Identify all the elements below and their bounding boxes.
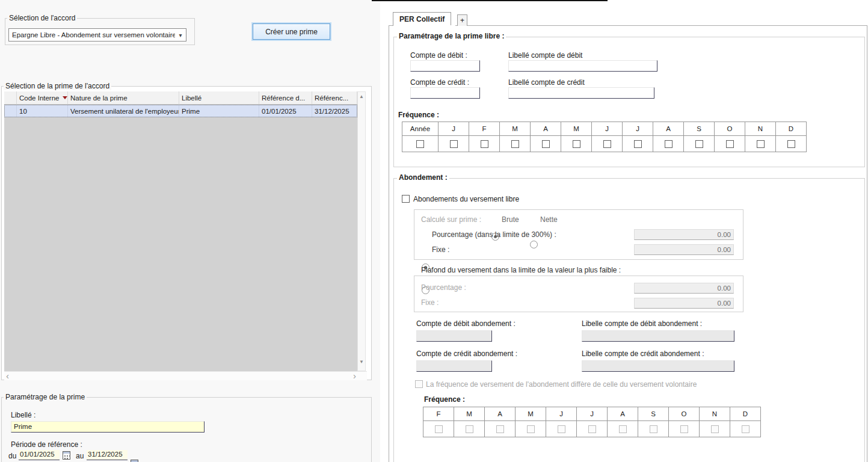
prime-selection-groupbox-title: Sélection de la prime de l'accord: [4, 82, 111, 90]
abondement-title: Abondement :: [397, 173, 449, 182]
tab-add-button[interactable]: +: [457, 14, 467, 26]
accord-dropdown[interactable]: Epargne Libre - Abondement sur versemen …: [8, 28, 186, 42]
au-label: au: [76, 452, 84, 460]
abondement-versement-libre-label: Abondements du versement libre: [413, 195, 519, 203]
application-window: Sélection de l'accord Epargne Libre - Ab…: [0, 0, 868, 462]
freq-checkbox[interactable]: [573, 140, 580, 148]
date-fin-input[interactable]: 31/12/2025: [87, 450, 128, 460]
grid-header-row: Code Interne Nature de la prime Libellé …: [4, 91, 357, 105]
brute-label: Brute: [502, 215, 519, 224]
table-row[interactable]: 10 Versement unilateral de l'employeur P…: [4, 105, 357, 117]
grid-header-nature-label: Nature de la prime: [70, 94, 128, 102]
freq-checkbox[interactable]: [603, 140, 611, 148]
scroll-up-icon[interactable]: ▲: [358, 94, 365, 100]
compte-debit-input[interactable]: [410, 60, 480, 72]
freq-ab-col-month: A: [608, 407, 638, 421]
row-libelle-cell: Prime: [179, 105, 259, 117]
calendar-icon[interactable]: [63, 451, 70, 460]
freq-checkbox[interactable]: [757, 140, 765, 148]
grid-header-nature[interactable]: Nature de la prime: [68, 91, 179, 105]
scroll-down-icon[interactable]: ▼: [358, 359, 365, 365]
pourcentage-300-label: Pourcentage (dans la limite de 300%) :: [432, 230, 556, 239]
frequence-abondement-table: F M A M J J A S O N D: [423, 407, 761, 437]
compte-credit-abondement-label: Compte de crédit abondement :: [416, 350, 517, 358]
frequence-table: Année J F M A M J J A S O N D: [402, 122, 807, 152]
fixe-input: 0.00: [634, 244, 734, 255]
row-selector-cell: [4, 105, 17, 117]
fixe-label: Fixe :: [432, 245, 449, 254]
frequence-differ-checkbox: [415, 380, 423, 388]
row-reference-fin-cell: 31/12/2025: [312, 105, 357, 117]
grid-header-libelle-label: Libellé: [182, 94, 202, 102]
freq-checkbox[interactable]: [634, 140, 642, 148]
freq-checkbox[interactable]: [511, 140, 519, 148]
grid-vertical-scrollbar[interactable]: ▲ ▼: [357, 91, 366, 371]
freq-ab-checkbox: [680, 425, 688, 433]
frequence-differ-label: La fréquence de versement de l'abondemen…: [426, 380, 697, 389]
grid-header-code-interne[interactable]: Code Interne: [17, 91, 68, 105]
create-prime-button-label: Créer une prime: [265, 28, 318, 36]
freq-col-month: D: [776, 122, 807, 136]
freq-checkbox[interactable]: [542, 140, 550, 148]
freq-ab-col-month: O: [669, 407, 700, 421]
freq-checkbox[interactable]: [726, 140, 734, 148]
plafond-pourcentage-input: 0.00: [634, 283, 734, 294]
nette-radio: [530, 241, 538, 248]
tab-per-collectif[interactable]: PER Collectif: [393, 12, 451, 26]
freq-ab-col-month: J: [577, 407, 608, 421]
frequence-abondement-label: Fréquence :: [424, 395, 465, 404]
frequence-header-row: Année J F M A M J J A S O N D: [402, 122, 807, 136]
sort-indicator-icon: [63, 96, 67, 99]
plafond-pourcentage-label: Pourcentage :: [421, 283, 466, 292]
grid-header-reference-fin[interactable]: Référenc...: [312, 91, 357, 105]
freq-checkbox[interactable]: [787, 140, 795, 148]
freq-checkbox[interactable]: [665, 140, 673, 148]
libelle-compte-debit-input[interactable]: [508, 60, 657, 72]
libelle-compte-credit-label: Libellé compte de crédit: [508, 78, 585, 87]
freq-ab-checkbox: [742, 425, 749, 433]
grid-header-reference-debut[interactable]: Référence d...: [259, 91, 312, 105]
freq-ab-col-month: N: [700, 407, 730, 421]
freq-col-month: F: [469, 122, 500, 136]
freq-col-month: J: [592, 122, 623, 136]
freq-ab-checkbox: [711, 425, 719, 433]
du-label: du: [8, 452, 16, 460]
freq-checkbox[interactable]: [695, 140, 703, 148]
freq-checkbox[interactable]: [450, 140, 458, 148]
libelle-compte-debit-label: Libellé compte de débit: [508, 51, 582, 60]
grid-header-reference-fin-label: Référenc...: [315, 94, 348, 102]
date-debut-input[interactable]: 01/01/2025: [19, 450, 60, 460]
periode-reference-label: Période de référence :: [11, 440, 82, 449]
plafond-fixe-input: 0.00: [634, 298, 734, 309]
libelle-compte-debit-abondement-label: Libelle compte de débit abondement :: [582, 319, 702, 328]
frequence-abondement-checkbox-row: [423, 421, 761, 437]
plus-icon: +: [460, 16, 464, 25]
freq-ab-col-month: S: [638, 407, 669, 421]
compte-debit-label: Compte de débit :: [410, 51, 467, 60]
freq-ab-col-month: D: [730, 407, 761, 421]
freq-col-month: J: [623, 122, 653, 136]
libelle-compte-credit-abondement-label: Libelle compte de crédit abondement :: [582, 350, 704, 358]
compte-credit-input[interactable]: [410, 87, 480, 99]
window-title-underline: [372, 0, 608, 1]
libelle-input[interactable]: Prime: [11, 421, 205, 433]
libelle-compte-credit-input[interactable]: [508, 87, 654, 99]
calendar-icon[interactable]: [131, 460, 138, 462]
scroll-right-icon[interactable]: ›: [353, 372, 356, 380]
grid-horizontal-scrollbar[interactable]: ‹ ›: [4, 371, 367, 380]
compte-credit-abondement-input: [416, 360, 492, 372]
nette-label: Nette: [540, 215, 558, 224]
grid-header-reference-debut-label: Référence d...: [262, 94, 305, 102]
create-prime-button[interactable]: Créer une prime: [253, 23, 330, 40]
prime-libre-title: Paramétrage de la prime libre :: [397, 32, 506, 40]
freq-ab-col-month: J: [546, 407, 577, 421]
freq-ab-checkbox: [466, 425, 473, 433]
freq-checkbox[interactable]: [481, 140, 488, 148]
grid-header-libelle[interactable]: Libellé: [179, 91, 259, 105]
frequence-checkbox-row: [402, 136, 807, 152]
abondement-versement-libre-checkbox[interactable]: [402, 195, 410, 203]
libelle-compte-credit-abondement-input: [582, 360, 734, 372]
scroll-left-icon[interactable]: ‹: [6, 372, 9, 380]
libelle-label: Libellé :: [11, 411, 35, 419]
freq-checkbox[interactable]: [416, 140, 424, 148]
